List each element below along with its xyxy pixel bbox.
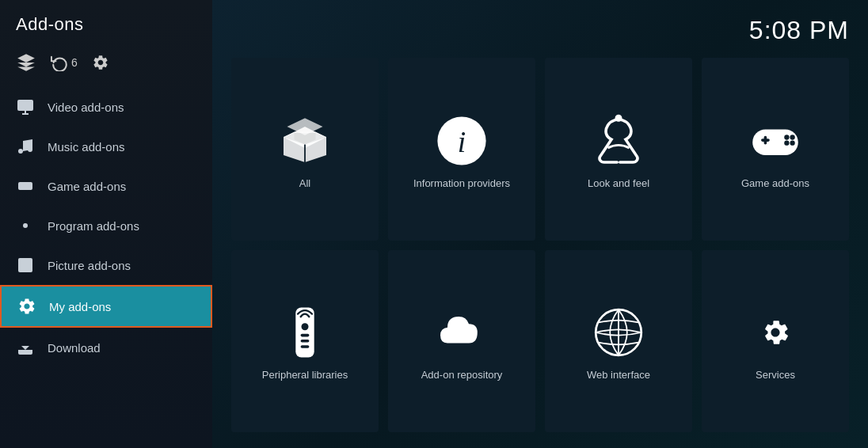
update-icon[interactable]: 6 — [51, 54, 78, 71]
grid-item-addon-repository[interactable]: Add-on repository — [388, 250, 535, 433]
time-display: 5:08 PM — [749, 16, 849, 45]
grid-item-all[interactable]: All — [231, 58, 379, 241]
grid-item-services[interactable]: Services — [702, 250, 849, 433]
svg-line-12 — [19, 230, 21, 232]
sidebar-item-label: Game add-ons — [48, 180, 126, 193]
main-content: 5:08 PM All i Information providers — [212, 0, 868, 448]
page-title: Add-ons — [16, 14, 83, 35]
svg-rect-0 — [17, 100, 33, 111]
settings-icon[interactable] — [92, 54, 109, 71]
grid-item-label: Web interface — [587, 369, 650, 381]
svg-point-28 — [302, 324, 309, 331]
svg-point-26 — [790, 140, 794, 145]
svg-point-3 — [18, 149, 23, 154]
sidebar-item-game-addons[interactable]: Game add-ons — [0, 166, 212, 206]
svg-point-4 — [28, 147, 32, 152]
grid-item-label: Game add-ons — [741, 177, 809, 189]
sidebar-item-my-addons[interactable]: My add-ons — [0, 285, 212, 328]
grid-item-information-providers[interactable]: i Information providers — [388, 58, 535, 241]
main-header: 5:08 PM — [231, 16, 849, 45]
sidebar-item-label: My add-ons — [49, 300, 111, 313]
svg-text:i: i — [458, 124, 466, 158]
svg-point-15 — [21, 261, 24, 264]
grid-item-game-addons[interactable]: Game add-ons — [702, 58, 849, 241]
grid-item-label: All — [299, 177, 310, 189]
grid-item-label: Services — [756, 369, 795, 381]
sidebar-item-label: Program add-ons — [48, 219, 139, 233]
svg-point-5 — [23, 223, 28, 228]
addons-box-icon[interactable] — [16, 52, 36, 73]
sidebar: Add-ons 6 Video add-ons — [0, 0, 212, 448]
svg-line-9 — [29, 230, 32, 232]
update-count: 6 — [71, 56, 78, 69]
sidebar-item-video-addons[interactable]: Video add-ons — [0, 87, 212, 127]
sidebar-item-music-addons[interactable]: Music add-ons — [0, 127, 212, 166]
sidebar-nav: Video add-ons Music add-ons Game add-ons… — [0, 87, 212, 448]
svg-point-25 — [784, 140, 789, 145]
sidebar-item-download[interactable]: Download — [0, 328, 212, 367]
sidebar-item-label: Video add-ons — [48, 101, 124, 114]
grid-item-label: Add-on repository — [421, 369, 503, 381]
grid-item-label: Information providers — [413, 177, 510, 189]
svg-point-24 — [790, 135, 794, 139]
grid-item-peripheral-libraries[interactable]: Peripheral libraries — [231, 250, 379, 433]
sidebar-item-label: Picture add-ons — [48, 259, 131, 272]
sidebar-item-picture-addons[interactable]: Picture add-ons — [0, 245, 212, 285]
sidebar-item-label: Download — [48, 341, 101, 355]
grid-item-label: Peripheral libraries — [262, 369, 348, 381]
svg-line-13 — [29, 219, 32, 222]
svg-point-23 — [784, 135, 789, 139]
sidebar-item-program-addons[interactable]: Program add-ons — [0, 206, 212, 245]
sidebar-header: Add-ons — [0, 0, 212, 43]
svg-rect-29 — [301, 334, 310, 337]
svg-point-19 — [615, 114, 622, 121]
grid-item-web-interface[interactable]: Web interface — [545, 250, 692, 433]
svg-rect-27 — [295, 308, 314, 358]
svg-rect-31 — [301, 345, 310, 348]
grid-item-look-and-feel[interactable]: Look and feel — [545, 58, 692, 241]
svg-line-8 — [19, 219, 21, 222]
sidebar-toolbar: 6 — [0, 43, 212, 87]
addon-grid: All i Information providers Look and fee… — [231, 58, 849, 432]
grid-item-label: Look and feel — [588, 177, 649, 189]
svg-rect-30 — [301, 340, 310, 343]
sidebar-item-label: Music add-ons — [48, 140, 125, 154]
svg-rect-22 — [764, 135, 767, 144]
